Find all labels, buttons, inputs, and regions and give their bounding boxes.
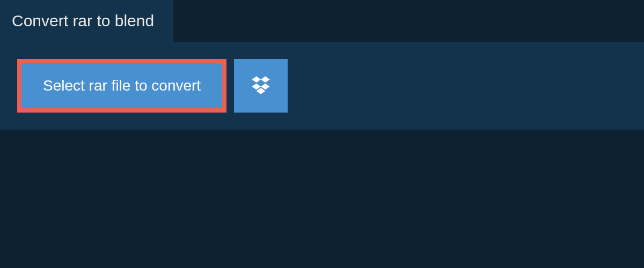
dropbox-button[interactable]	[234, 59, 288, 113]
tab-title: Convert rar to blend	[12, 12, 154, 29]
select-file-highlight: Select rar file to convert	[17, 59, 226, 113]
tab-bar: Convert rar to blend	[0, 0, 644, 42]
dropbox-icon	[250, 75, 272, 98]
upload-panel: Select rar file to convert	[0, 42, 644, 130]
select-file-button[interactable]: Select rar file to convert	[21, 63, 222, 108]
tab-convert[interactable]: Convert rar to blend	[0, 0, 173, 42]
select-file-label: Select rar file to convert	[43, 77, 201, 94]
